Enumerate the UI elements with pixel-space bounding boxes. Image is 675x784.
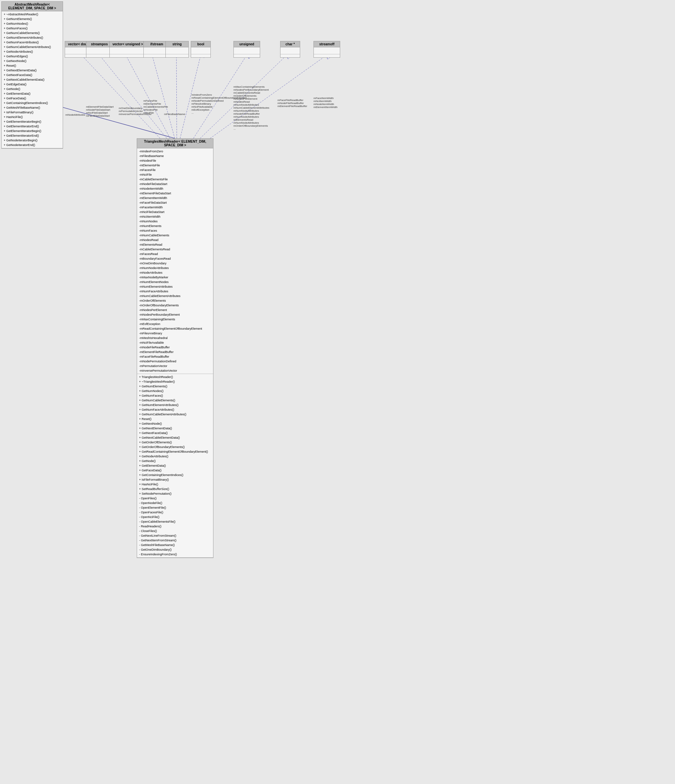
arrows-svg <box>0 0 675 784</box>
method-3: + GetNumNodes() <box>4 21 61 26</box>
label-mElementFileDataStart: mElementFileDataStartmNodeFileDataStartm… <box>86 105 114 117</box>
streamoff-title: streamoff <box>314 41 340 47</box>
char-ptr-box: char * <box>280 41 300 58</box>
unsigned-box: unsigned <box>234 41 260 58</box>
label-char: mFaceFileReadBuffermNodeFileReadBuffermE… <box>277 99 307 108</box>
method-8: + GetNumCableElementAttributes() <box>4 45 61 49</box>
method-5: + GetNumCableElements() <box>4 31 61 35</box>
method-24: + GetElementIteratorBegin() <box>4 119 61 124</box>
method-27: + GetElementIteratorEnd() <box>4 133 61 138</box>
label-mFilesBaseName: mFilesBaseName <box>164 113 185 116</box>
streampos-title: streampos <box>86 41 112 47</box>
streampos-box: streampos <box>86 41 113 58</box>
method-17: + GetNode() <box>4 87 61 91</box>
abstract-mesh-reader-title: AbstractMeshReader< ELEMENT_DIM, SPACE_D… <box>2 2 63 11</box>
method-26: + GetElementIteratorBegin() <box>4 129 61 133</box>
method-10: + GetNumEdges() <box>4 54 61 59</box>
vector-unsigned-title: vector< unsigned > <box>110 41 146 47</box>
triangles-mesh-reader-box: TrianglesMeshReader< ELEMENT_DIM, SPACE_… <box>137 138 214 558</box>
label-mFacesFile: mFacesFilemElementsFilemCableElementsFil… <box>143 100 168 114</box>
string-box: string <box>165 41 189 58</box>
method-29: + GetNodeIteratorEnd() <box>4 143 61 147</box>
bool-body <box>191 47 210 54</box>
method-22: + IsFileFormatBinary() <box>4 110 61 115</box>
diagram-container: AbstractMeshReader< ELEMENT_DIM, SPACE_D… <box>0 0 675 784</box>
svg-line-3 <box>81 55 160 138</box>
unsigned-title: unsigned <box>234 41 260 47</box>
streamoff-box: streamoff <box>313 41 340 58</box>
triangles-attributes-section: -mIndexFromZero -mFilesBaseName -mNodesF… <box>137 148 213 374</box>
method-12: + Reset() <box>4 63 61 68</box>
method-1: + ~AbstractMeshReader() <box>4 12 61 17</box>
svg-line-6 <box>152 55 175 138</box>
vector-unsigned-body <box>110 47 146 54</box>
method-20: + GetContainingElementIndices() <box>4 101 61 105</box>
method-18: + GetElementData() <box>4 91 61 96</box>
method-9: + GetNodeAttributes() <box>4 49 61 54</box>
method-13: + GetNextElementData() <box>4 68 61 73</box>
method-19: + GetFaceData() <box>4 96 61 101</box>
streamoff-body <box>314 47 340 54</box>
method-28: + GetNodeIteratorBegin() <box>4 138 61 143</box>
char-ptr-body <box>281 47 300 54</box>
method-11: + GetNextNode() <box>4 59 61 63</box>
method-15: + GetNextCableElementData() <box>4 77 61 82</box>
method-7: + GetNumFaceAttributes() <box>4 40 61 45</box>
vector-unsigned-box: vector< unsigned > <box>109 41 146 58</box>
abstract-mesh-reader-methods: + ~AbstractMeshReader() + GetNumElements… <box>2 11 63 148</box>
method-23: + HasNciFile() <box>4 115 61 119</box>
method-2: + GetNumElements() <box>4 17 61 21</box>
method-14: + GetNextFaceData() <box>4 73 61 77</box>
method-16: + GetEdgeData() <box>4 82 61 87</box>
svg-line-7 <box>176 55 177 138</box>
svg-line-5 <box>126 55 170 138</box>
string-body <box>166 47 189 54</box>
label-streamoff: mFaceItemWidthmNciItemWidthmNodeItemWidt… <box>313 96 338 109</box>
method-21: + GetMeshFileBaseName() <box>4 105 61 110</box>
streampos-body <box>86 47 112 54</box>
char-ptr-title: char * <box>281 41 300 47</box>
label-mNodeAttributes: mNodeAttributes <box>65 114 86 116</box>
label-unsigned: mMaxContainingElementsmNodesPerBoundaryE… <box>234 86 270 130</box>
mread-containing-item: -mReadContainingElementOfBoundaryElement <box>139 326 211 331</box>
bool-title: bool <box>191 41 210 47</box>
bool-box: bool <box>191 41 211 58</box>
triangles-methods-section: + TrianglesMeshReader() + ~TrianglesMesh… <box>137 374 213 558</box>
svg-line-4 <box>100 55 167 138</box>
string-title: string <box>166 41 189 47</box>
method-4: + GetNumFaces() <box>4 26 61 31</box>
method-25: + GetElementIteratorEnd() <box>4 124 61 129</box>
unsigned-body <box>234 47 260 54</box>
abstract-mesh-reader-box: AbstractMeshReader< ELEMENT_DIM, SPACE_D… <box>2 2 63 149</box>
method-6: + GetNumElementAttributes() <box>4 35 61 40</box>
triangles-mesh-reader-title: TrianglesMeshReader< ELEMENT_DIM, SPACE_… <box>137 138 213 148</box>
